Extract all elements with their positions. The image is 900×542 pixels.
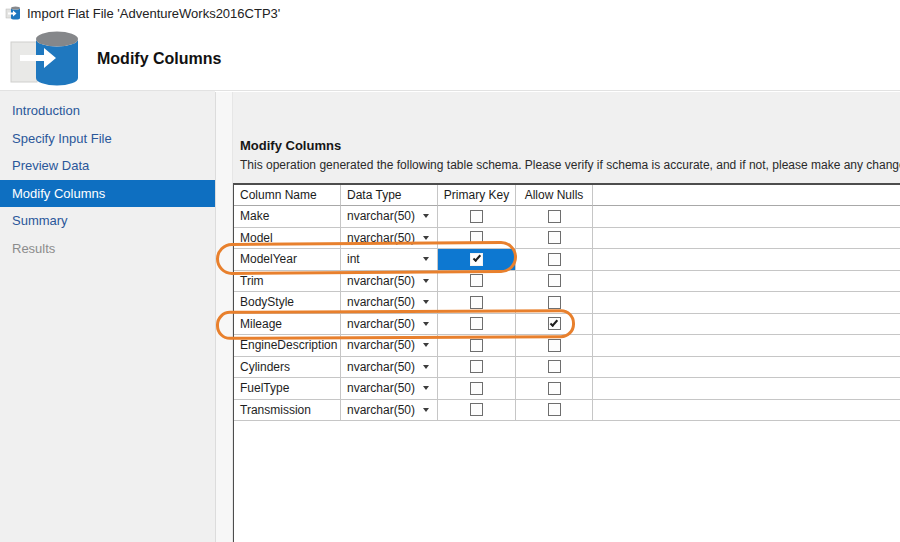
dropdown-arrow-icon xyxy=(418,208,434,224)
primary-key-checkbox[interactable] xyxy=(438,206,516,228)
checkbox xyxy=(470,382,483,395)
column-name-cell[interactable]: Transmission xyxy=(234,400,341,422)
sidebar-item-results: Results xyxy=(0,235,215,263)
table-row: Makenvarchar(50) xyxy=(234,206,900,228)
data-type-dropdown[interactable]: int xyxy=(341,249,438,271)
column-name-cell[interactable]: Cylinders xyxy=(234,357,341,379)
sidebar-item-specify-input-file[interactable]: Specify Input File xyxy=(0,125,215,153)
data-type-value: nvarchar(50) xyxy=(347,403,415,417)
dropdown-arrow-icon xyxy=(418,251,434,267)
data-type-value: nvarchar(50) xyxy=(347,209,415,223)
table-row: Trimnvarchar(50) xyxy=(234,271,900,293)
data-type-dropdown[interactable]: nvarchar(50) xyxy=(341,292,438,314)
allow-nulls-checkbox[interactable] xyxy=(516,292,593,314)
data-type-value: nvarchar(50) xyxy=(347,295,415,309)
allow-nulls-checkbox[interactable] xyxy=(516,206,593,228)
dropdown-arrow-icon xyxy=(418,380,434,396)
primary-key-checkbox[interactable] xyxy=(438,335,516,357)
checkbox xyxy=(548,210,561,223)
column-name-cell[interactable]: Make xyxy=(234,206,341,228)
dropdown-arrow-icon xyxy=(418,230,434,246)
chevron-down-icon xyxy=(423,257,429,261)
allow-nulls-checkbox[interactable] xyxy=(516,271,593,293)
checkbox xyxy=(470,403,483,416)
data-type-dropdown[interactable]: nvarchar(50) xyxy=(341,400,438,422)
empty-cell xyxy=(593,292,900,314)
checkbox xyxy=(548,403,561,416)
allow-nulls-checkbox[interactable] xyxy=(516,335,593,357)
empty-cell xyxy=(593,314,900,336)
primary-key-checkbox[interactable] xyxy=(438,314,516,336)
sidebar-item-preview-data[interactable]: Preview Data xyxy=(0,152,215,180)
header-empty xyxy=(593,185,900,206)
checkbox xyxy=(548,382,561,395)
data-type-dropdown[interactable]: nvarchar(50) xyxy=(341,271,438,293)
empty-cell xyxy=(593,206,900,228)
empty-cell xyxy=(593,335,900,357)
checkbox xyxy=(470,339,483,352)
dropdown-arrow-icon xyxy=(418,273,434,289)
column-name-cell[interactable]: Model xyxy=(234,228,341,250)
column-name-cell[interactable]: EngineDescription xyxy=(234,335,341,357)
column-name-cell[interactable]: BodyStyle xyxy=(234,292,341,314)
table-row: FuelTypenvarchar(50) xyxy=(234,378,900,400)
primary-key-checkbox[interactable] xyxy=(438,357,516,379)
data-type-dropdown[interactable]: nvarchar(50) xyxy=(341,206,438,228)
checkbox xyxy=(470,317,483,330)
schema-table: Column Name Data Type Primary Key Allow … xyxy=(233,183,900,542)
data-type-value: int xyxy=(347,252,360,266)
sidebar-item-summary[interactable]: Summary xyxy=(0,207,215,235)
chevron-down-icon xyxy=(423,214,429,218)
chevron-down-icon xyxy=(423,408,429,412)
chevron-down-icon xyxy=(423,236,429,240)
primary-key-checkbox[interactable] xyxy=(438,249,516,271)
data-type-value: nvarchar(50) xyxy=(347,338,415,352)
data-type-value: nvarchar(50) xyxy=(347,274,415,288)
table-row: EngineDescriptionnvarchar(50) xyxy=(234,335,900,357)
primary-key-checkbox[interactable] xyxy=(438,292,516,314)
primary-key-checkbox[interactable] xyxy=(438,271,516,293)
chevron-down-icon xyxy=(423,343,429,347)
checkbox-checked xyxy=(548,317,561,330)
header-allow-nulls: Allow Nulls xyxy=(516,185,593,206)
table-row: Modelnvarchar(50) xyxy=(234,228,900,250)
header-data-type: Data Type xyxy=(341,185,438,206)
checkbox xyxy=(548,253,561,266)
empty-cell xyxy=(593,228,900,250)
sidebar-item-modify-columns[interactable]: Modify Columns xyxy=(0,180,215,208)
data-type-dropdown[interactable]: nvarchar(50) xyxy=(341,335,438,357)
allow-nulls-checkbox[interactable] xyxy=(516,357,593,379)
allow-nulls-checkbox[interactable] xyxy=(516,314,593,336)
allow-nulls-checkbox[interactable] xyxy=(516,249,593,271)
table-header-row: Column Name Data Type Primary Key Allow … xyxy=(234,185,900,206)
allow-nulls-checkbox[interactable] xyxy=(516,228,593,250)
data-type-value: nvarchar(50) xyxy=(347,381,415,395)
column-name-cell[interactable]: ModelYear xyxy=(234,249,341,271)
data-type-dropdown[interactable]: nvarchar(50) xyxy=(341,314,438,336)
column-name-cell[interactable]: Mileage xyxy=(234,314,341,336)
dropdown-arrow-icon xyxy=(418,402,434,418)
dropdown-arrow-icon xyxy=(418,294,434,310)
primary-key-checkbox[interactable] xyxy=(438,400,516,422)
checkbox-checked xyxy=(470,253,483,266)
allow-nulls-checkbox[interactable] xyxy=(516,400,593,422)
primary-key-checkbox[interactable] xyxy=(438,378,516,400)
sidebar-nav: IntroductionSpecify Input FilePreview Da… xyxy=(0,91,215,542)
data-type-dropdown[interactable]: nvarchar(50) xyxy=(341,378,438,400)
chevron-down-icon xyxy=(423,300,429,304)
allow-nulls-checkbox[interactable] xyxy=(516,378,593,400)
window-title: Import Flat File 'AdventureWorks2016CTP3… xyxy=(27,6,280,21)
column-name-cell[interactable]: Trim xyxy=(234,271,341,293)
checkbox xyxy=(548,231,561,244)
data-type-dropdown[interactable]: nvarchar(50) xyxy=(341,228,438,250)
checkbox xyxy=(470,360,483,373)
checkbox xyxy=(548,339,561,352)
window-titlebar: Import Flat File 'AdventureWorks2016CTP3… xyxy=(0,0,900,26)
chevron-down-icon xyxy=(423,365,429,369)
primary-key-checkbox[interactable] xyxy=(438,228,516,250)
check-mark-icon xyxy=(472,254,480,263)
table-row: Transmissionnvarchar(50) xyxy=(234,400,900,422)
data-type-dropdown[interactable]: nvarchar(50) xyxy=(341,357,438,379)
column-name-cell[interactable]: FuelType xyxy=(234,378,341,400)
sidebar-item-introduction[interactable]: Introduction xyxy=(0,97,215,125)
